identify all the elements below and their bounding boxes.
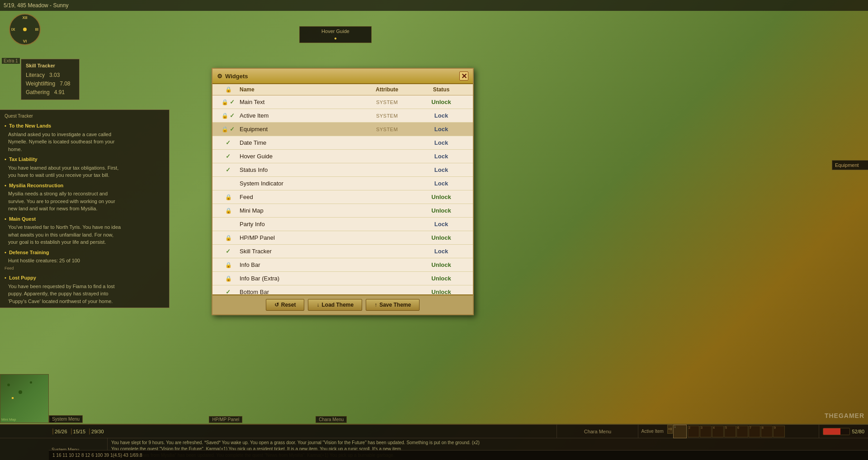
mini-map-widget: Mini Map <box>0 374 49 423</box>
save-theme-icon: ↑ <box>374 302 377 308</box>
stamina-section: 29/30 <box>89 428 104 435</box>
widget-status-hp-mp[interactable]: Unlock <box>414 234 468 241</box>
widget-name-hover-guide: Hover Guide <box>240 153 360 160</box>
bottom-label-chara-menu: Chara Menu <box>316 416 347 423</box>
row-icon-feed: 🔒 <box>217 194 240 200</box>
widget-status-main-text[interactable]: Unlock <box>414 99 468 105</box>
compass-e: III <box>35 27 38 32</box>
far-right-hp-bar <box>823 428 850 435</box>
chara-menu-area[interactable]: Chara Menu <box>557 425 638 438</box>
slot-9[interactable]: 9 <box>773 426 785 437</box>
compass-w: IX <box>11 27 15 32</box>
check-icon-hover-guide: ✓ <box>226 153 231 160</box>
row-icon-info-bar: 🔒 <box>217 262 240 268</box>
widget-status-equipment[interactable]: Lock <box>414 126 468 133</box>
widget-name-hp-mp: HP/MP Panel <box>240 234 360 241</box>
widget-status-mini-map[interactable]: Unlock <box>414 207 468 214</box>
widget-status-bottom-bar[interactable]: Unlock <box>414 289 468 294</box>
row-icon-info-bar-extra: 🔒 <box>217 275 240 282</box>
bottom-mini-map-space-2 <box>0 438 49 460</box>
slot-8[interactable]: 8 <box>761 426 773 437</box>
info-bar-stats: 1 16 11 10 12 8 12 6 100 39 1(4.5) 43 1/… <box>52 453 142 458</box>
mini-map-tree-2 <box>19 390 22 394</box>
slot-5[interactable]: 5 <box>724 426 736 437</box>
compass-s: VI <box>23 39 27 43</box>
stamina-bar-container <box>89 428 90 435</box>
skill-weightlifting: Weightlifting 7.08 <box>26 80 75 88</box>
slot-3[interactable]: 3 <box>700 426 712 437</box>
widget-name-skill-tracker: Skill Tracker <box>240 248 360 255</box>
coordinates-display: 5/19, 485 Meadow - Sunny <box>4 2 68 9</box>
row-icon-mini-map: 🔒 <box>217 208 240 214</box>
widget-row-equipment: 🔒 ✓ Equipment SYSTEM Lock <box>212 123 473 136</box>
quest-tracker-widget: Quest Tracker • To the New Lands Ashland… <box>0 109 170 308</box>
widget-row-date-time: ✓ Date Time Lock <box>212 136 473 150</box>
compass-center <box>23 28 27 31</box>
load-theme-icon: ↓ <box>316 302 319 308</box>
widget-status-active-item[interactable]: Lock <box>414 112 468 119</box>
load-theme-button[interactable]: ↓ Load Theme <box>308 299 362 311</box>
quest-mysilia-text: Mysilia needs a strong ally to reconstru… <box>5 190 165 213</box>
row-icon-hover-guide: ✓ <box>217 153 240 160</box>
slot-2[interactable]: 2 <box>688 426 699 437</box>
widget-status-date-time[interactable]: Lock <box>414 139 468 146</box>
modal-close-button[interactable]: ✕ <box>459 71 468 81</box>
col-header-attribute: Attribute <box>360 86 414 93</box>
widget-row-hp-mp: 🔒 HP/MP Panel Unlock <box>212 231 473 245</box>
check-icon-status-info: ✓ <box>226 166 231 173</box>
bottom-stat-row: 26/26 15/15 29/30 <box>49 425 557 438</box>
feed-label: Feed <box>5 266 165 272</box>
slot-active-1: 1 <box>673 425 687 438</box>
reset-button[interactable]: ↺ Reset <box>266 299 305 311</box>
row-icon-status-info: ✓ <box>217 166 240 173</box>
active-item-label: Active Item <box>641 429 663 434</box>
extra-label: Extra 1 <box>2 58 20 64</box>
col-header-status: Status <box>414 86 468 93</box>
info-bar-bottom: 1 16 11 10 12 8 12 6 100 39 1(4.5) 43 1/… <box>49 450 868 460</box>
widget-name-info-bar-extra: Info Bar (Extra) <box>240 275 360 282</box>
widget-row-active-item: 🔒 ✓ Active Item SYSTEM Lock <box>212 109 473 123</box>
widget-table: 🔒 ✓ Main Text SYSTEM Unlock 🔒 ✓ Active I… <box>212 95 473 294</box>
skill-tracker-title: Skill Tracker <box>26 62 75 70</box>
widget-status-skill-tracker[interactable]: Lock <box>414 248 468 255</box>
equipment-label: Equipment <box>835 162 865 168</box>
bottom-label-hp-mp-panel: HP/MP Panel <box>209 416 242 423</box>
save-theme-button[interactable]: ↑ Save Theme <box>366 299 420 311</box>
lock-closed-icon-hp-mp: 🔒 <box>225 235 232 241</box>
widget-status-system-indicator[interactable]: Lock <box>414 180 468 187</box>
widget-status-feed[interactable]: Unlock <box>414 194 468 200</box>
bottom-mini-map-space <box>0 425 49 438</box>
slot-6[interactable]: 6 <box>736 426 748 437</box>
slot-4[interactable]: 4 <box>712 426 724 437</box>
widget-row-feed: 🔒 Feed Unlock <box>212 190 473 204</box>
widget-status-hover-guide[interactable]: Lock <box>414 153 468 160</box>
widget-status-party-info[interactable]: Lock <box>414 221 468 228</box>
quest-defense-title: • Defense Training <box>5 249 165 256</box>
hp-section: 26/26 <box>52 428 67 435</box>
widget-row-skill-tracker: ✓ Skill Tracker Lock <box>212 245 473 258</box>
lock-closed-icon-2: 🔒 <box>222 113 228 119</box>
mini-map-player <box>12 397 14 399</box>
mp-bar-container <box>71 428 72 435</box>
widget-status-info-bar-extra[interactable]: Unlock <box>414 275 468 282</box>
check-icon-main-text: ✓ <box>230 99 235 105</box>
widget-name-mini-map: Mini Map <box>240 207 360 214</box>
system-menu-label[interactable]: System Menu <box>49 415 83 423</box>
row-icon-date-time: ✓ <box>217 139 240 146</box>
far-right-hp-value: 52/80 <box>852 429 864 434</box>
reset-icon: ↺ <box>274 302 279 308</box>
lock-closed-icon-info-bar: 🔒 <box>225 262 232 268</box>
widget-row-bottom-bar: ✓ Bottom Bar Unlock <box>212 285 473 294</box>
widget-status-info-bar[interactable]: Unlock <box>414 261 468 268</box>
row-icon-equipment: 🔒 ✓ <box>217 126 240 133</box>
row-icon-main-text: 🔒 ✓ <box>217 99 240 105</box>
widget-status-status-info[interactable]: Lock <box>414 166 468 173</box>
widget-name-main-text: Main Text <box>240 99 360 105</box>
row-icon-active-item: 🔒 ✓ <box>217 112 240 119</box>
slot-7[interactable]: 7 <box>749 426 760 437</box>
compass-n: XII <box>22 15 27 20</box>
widgets-icon: ⚙ <box>217 73 222 80</box>
widget-attr-equipment: SYSTEM <box>360 127 414 132</box>
mp-section: 15/15 <box>71 428 86 435</box>
widgets-modal: ⚙ Widgets ✕ 🔒 Name Attribute Status 🔒 ✓ … <box>212 68 474 315</box>
